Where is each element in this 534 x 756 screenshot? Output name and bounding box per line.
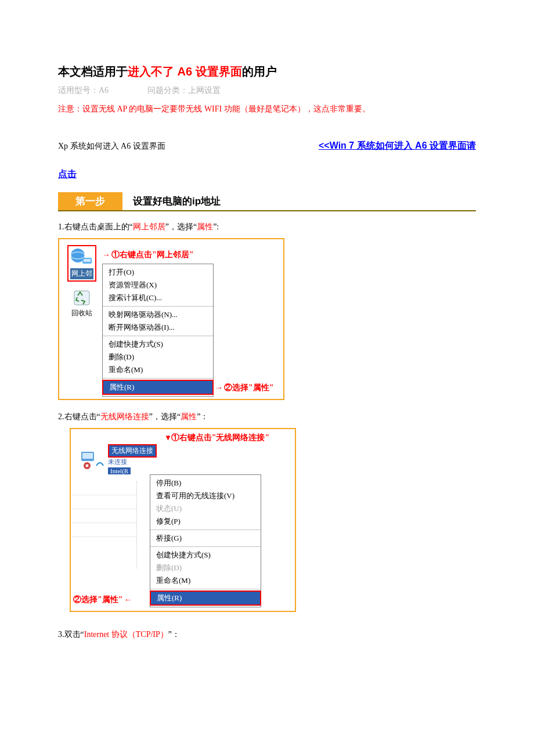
svg-rect-6 [82, 453, 93, 459]
wireless-connection-icon [79, 448, 107, 471]
meta-model-label: 适用型号： [58, 86, 99, 95]
sidebar-ghost [73, 481, 137, 568]
title-prefix: 本文档适用于 [58, 65, 128, 78]
title-highlight: 进入不了 A6 设置界面 [128, 65, 242, 78]
screenshot-1: 网上邻 回收站 →①右键点击"网上邻居" 打开(O) 资源管理器(X) 搜索计算… [58, 238, 284, 400]
warning-text: 注意：设置无线 AP 的电脑一定要带无线 WIFI 功能（最好是笔记本），这点非… [58, 104, 476, 114]
step-header: 第一步 设置好电脑的ip地址 [58, 192, 476, 211]
menu-item-bridge[interactable]: 桥接(G) [150, 532, 261, 545]
instruction-3: 3.双击“Internet 协议（TCP/IP）”： [58, 629, 476, 640]
meta-model-value: A6 [99, 86, 109, 95]
instruction-2: 2.右键点击“无线网络连接”，选择“属性”： [58, 412, 476, 422]
annotation-3: ▾①右键点击"无线网络连接" [144, 433, 291, 443]
meta-line: 适用型号：A6 问题分类：上网设置 [58, 85, 476, 96]
menu-item-delete[interactable]: 删除(D) [103, 351, 213, 363]
xp-section-heading: Xp 系统如何进入 A6 设置界面 [58, 141, 319, 152]
menu-item-rename-2[interactable]: 重命名(M) [150, 574, 261, 587]
doc-title: 本文档适用于进入不了 A6 设置界面的用户 [58, 64, 476, 80]
context-menu-1: 打开(O) 资源管理器(X) 搜索计算机(C)... 映射网络驱动器(N)...… [102, 264, 214, 397]
menu-item-search-computer[interactable]: 搜索计算机(C)... [103, 291, 213, 304]
wireless-adapter: Intel(R [108, 467, 131, 474]
arrow-right-icon: → [215, 383, 223, 392]
network-places-icon [70, 247, 94, 267]
menu-item-view-wireless[interactable]: 查看可用的无线连接(V) [150, 489, 261, 502]
click-link[interactable]: 点击 [58, 169, 77, 179]
arrow-down-right-icon: ▾ [166, 433, 170, 442]
menu-item-delete-2: 删除(D) [150, 561, 261, 574]
annotation-1: →①右键点击"网上邻居" [102, 242, 214, 260]
wireless-status: 未连接 [108, 458, 157, 466]
menu-item-map-drive[interactable]: 映射网络驱动器(N)... [103, 308, 213, 321]
menu-item-repair[interactable]: 修复(P) [150, 515, 261, 528]
menu-item-disable[interactable]: 停用(B) [150, 477, 261, 489]
meta-category-value: 上网设置 [188, 86, 221, 95]
menu-item-create-shortcut-2[interactable]: 创建快捷方式(S) [150, 549, 261, 561]
arrow-left-icon: ← [124, 595, 132, 604]
screenshot-2: ▾①右键点击"无线网络连接" 无线网络连接 未连接 Intel(R 停用(B) … [70, 428, 296, 612]
title-suffix: 的用户 [242, 65, 277, 78]
context-menu-2: 停用(B) 查看可用的无线连接(V) 状态(U) 修复(P) 桥接(G) 创建快… [150, 474, 261, 607]
step-title: 设置好电脑的ip地址 [122, 192, 231, 210]
highlight-tcpip: Internet 协议（TCP/IP） [84, 630, 168, 639]
menu-item-disconnect-drive[interactable]: 断开网络驱动器(I)... [103, 321, 213, 334]
highlight-properties-2: 属性 [181, 412, 197, 421]
annotation-4: ②选择"属性"← [73, 595, 132, 605]
annotation-2: →②选择"属性" [215, 383, 274, 393]
my-network-places-label: 网上邻 [70, 268, 93, 279]
menu-item-explorer[interactable]: 资源管理器(X) [103, 279, 213, 291]
menu-item-properties-2[interactable]: 属性(R) [150, 591, 261, 606]
meta-category-label: 问题分类： [147, 86, 188, 95]
menu-item-status: 状态(U) [150, 502, 261, 515]
svg-rect-3 [84, 259, 91, 262]
highlight-mynetwork: 网上邻居 [133, 222, 165, 231]
step-tag: 第一步 [58, 192, 122, 210]
highlight-properties: 属性 [197, 222, 213, 231]
page: 本文档适用于进入不了 A6 设置界面的用户 适用型号：A6 问题分类：上网设置 … [0, 0, 534, 756]
my-network-places-icon-box: 网上邻 [67, 245, 96, 282]
recycle-bin-label: 回收站 [62, 308, 102, 318]
instruction-1: 1.右键点击桌面上的“网上邻居”，选择“属性”: [58, 222, 476, 232]
recycle-bin-icon [71, 285, 93, 307]
menu-item-properties[interactable]: 属性(R) [102, 380, 214, 395]
menu-item-rename[interactable]: 重命名(M) [103, 363, 213, 376]
highlight-wireless: 无线网络连接 [100, 412, 149, 421]
menu-item-create-shortcut[interactable]: 创建快捷方式(S) [103, 338, 213, 351]
arrow-right-icon: → [102, 250, 110, 259]
wireless-connection-label[interactable]: 无线网络连接 [108, 444, 157, 458]
menu-item-open[interactable]: 打开(O) [103, 266, 213, 279]
win7-link[interactable]: <<Win 7 系统如何进入 A6 设置界面请 [319, 141, 476, 150]
nav-row: Xp 系统如何进入 A6 设置界面 <<Win 7 系统如何进入 A6 设置界面… [58, 140, 476, 152]
